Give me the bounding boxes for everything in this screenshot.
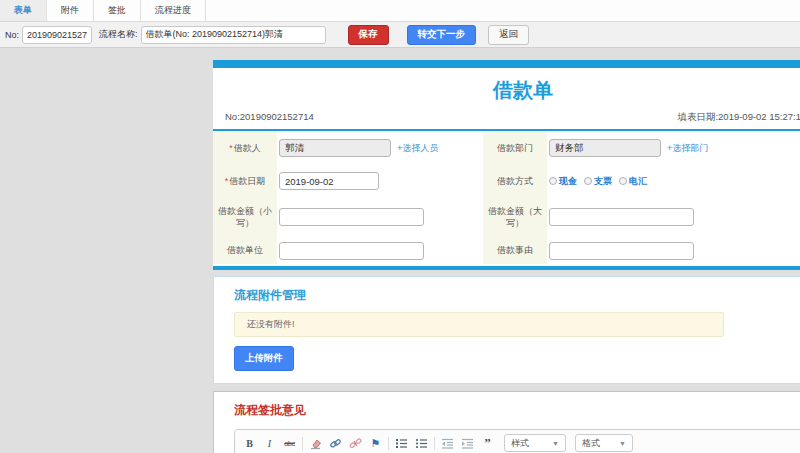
loan-unit-input[interactable] <box>279 242 424 260</box>
toolbar: No: 流程名称: 保存 转交下一步 返回 <box>0 22 800 48</box>
unordered-list-icon[interactable] <box>414 436 429 451</box>
form-doc-no: No:20190902152714 <box>225 111 314 124</box>
required-mark: * <box>229 143 233 153</box>
borrower-label: *借款人 <box>213 131 277 165</box>
form-top-bar <box>213 60 800 68</box>
rich-text-editor: B I abc ⚑ <box>234 429 800 453</box>
department-field: +选择部门 <box>547 131 800 165</box>
radio-icon[interactable] <box>549 177 557 185</box>
no-label: No: <box>5 30 19 40</box>
style-dropdown[interactable]: 样式 ▼ <box>504 434 566 452</box>
amount-lower-input[interactable] <box>279 208 424 226</box>
chevron-down-icon: ▼ <box>552 440 559 447</box>
flag-anchor-icon[interactable]: ⚑ <box>368 436 383 451</box>
loan-reason-field <box>547 237 800 264</box>
no-attachments-alert: 还没有附件! <box>234 312 724 337</box>
process-name-label: 流程名称: <box>99 28 138 41</box>
select-person-link[interactable]: +选择人员 <box>397 142 438 155</box>
loan-reason-label: 借款事由 <box>483 237 547 264</box>
approval-title: 流程签批意见 <box>214 392 800 427</box>
indent-icon[interactable] <box>460 436 475 451</box>
amount-upper-input[interactable] <box>549 208 694 226</box>
strikethrough-icon[interactable]: abc <box>282 436 297 451</box>
process-name-input[interactable] <box>141 26 326 44</box>
form-meta-row: No:20190902152714 填表日期:2019-09-02 15:27:… <box>213 109 800 129</box>
borrower-input[interactable] <box>279 139 391 157</box>
toolbar-separator <box>388 437 389 450</box>
blockquote-icon[interactable]: ” <box>480 436 495 451</box>
upload-attachment-button[interactable]: 上传附件 <box>234 346 294 371</box>
loan-unit-label: 借款单位 <box>213 237 277 264</box>
amount-upper-field <box>547 197 800 237</box>
screen: 表单 附件 签批 流程进度 No: 流程名称: 保存 转交下一步 返回 借款单 … <box>0 0 800 453</box>
amount-lower-label: 借款金额（小写） <box>213 197 277 237</box>
amount-upper-label: 借款金额（大写） <box>483 197 547 237</box>
loan-date-label: *借款日期 <box>213 165 277 197</box>
tab-bar: 表单 附件 签批 流程进度 <box>0 0 800 22</box>
loan-reason-input[interactable] <box>549 242 694 260</box>
loan-form-grid: *借款人 +选择人员 借款部门 +选择部门 *借款日期 <box>213 131 800 264</box>
radio-icon[interactable] <box>619 177 627 185</box>
loan-date-input[interactable] <box>279 172 379 190</box>
chevron-down-icon: ▼ <box>619 440 626 447</box>
amount-lower-field <box>277 197 483 237</box>
outdent-icon[interactable] <box>440 436 455 451</box>
no-input[interactable] <box>22 26 92 44</box>
form-fill-date: 填表日期:2019-09-02 15:27:1 <box>677 111 800 124</box>
department-label: 借款部门 <box>483 131 547 165</box>
loan-method-label: 借款方式 <box>483 165 547 197</box>
content-area: 借款单 No:20190902152714 填表日期:2019-09-02 15… <box>0 60 800 453</box>
attachments-panel: 流程附件管理 还没有附件! 上传附件 <box>213 276 800 384</box>
tab-attachments[interactable]: 附件 <box>47 0 94 21</box>
tab-process-progress[interactable]: 流程进度 <box>141 0 206 21</box>
unlink-icon[interactable] <box>348 436 363 451</box>
select-department-link[interactable]: +选择部门 <box>667 142 708 155</box>
forward-next-step-button[interactable]: 转交下一步 <box>407 25 477 45</box>
editor-toolbar: B I abc ⚑ <box>235 430 800 453</box>
attachments-title: 流程附件管理 <box>214 277 800 312</box>
back-button[interactable]: 返回 <box>488 25 529 45</box>
approval-panel: 流程签批意见 B I abc ⚑ <box>213 391 800 453</box>
radio-option-cheque[interactable]: 支票 <box>584 175 612 188</box>
borrower-field: +选择人员 <box>277 131 483 165</box>
radio-icon[interactable] <box>584 177 592 185</box>
form-bottom-bar <box>213 266 800 270</box>
form-title: 借款单 <box>213 68 800 109</box>
ordered-list-icon[interactable] <box>394 436 409 451</box>
link-icon[interactable] <box>328 436 343 451</box>
remove-format-eraser-icon[interactable] <box>308 436 323 451</box>
loan-form-panel: 借款单 No:20190902152714 填表日期:2019-09-02 15… <box>213 60 800 270</box>
bold-icon[interactable]: B <box>242 436 257 451</box>
loan-date-field <box>277 165 483 197</box>
save-button[interactable]: 保存 <box>348 25 389 45</box>
department-input[interactable] <box>549 139 661 157</box>
loan-unit-field <box>277 237 483 264</box>
radio-option-wire[interactable]: 电汇 <box>619 175 647 188</box>
required-mark: * <box>225 176 229 186</box>
toolbar-separator <box>302 437 303 450</box>
italic-icon[interactable]: I <box>262 436 277 451</box>
loan-method-field: 现金 支票 电汇 <box>547 165 800 197</box>
format-dropdown[interactable]: 格式 ▼ <box>575 434 633 452</box>
tab-form[interactable]: 表单 <box>0 0 47 21</box>
tab-approval[interactable]: 签批 <box>94 0 141 21</box>
radio-option-cash[interactable]: 现金 <box>549 175 577 188</box>
toolbar-separator <box>434 437 435 450</box>
